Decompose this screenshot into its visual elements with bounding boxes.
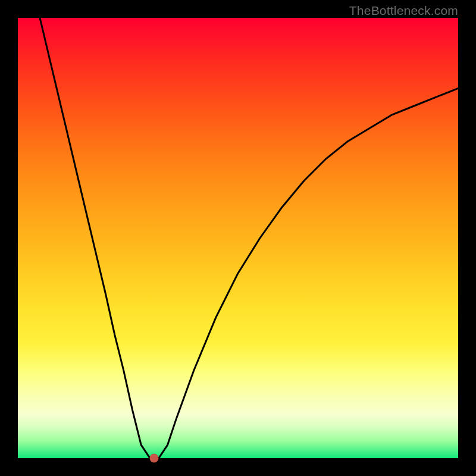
chart-frame: TheBottleneck.com	[0, 0, 476, 476]
optimum-marker	[150, 454, 159, 463]
bottleneck-curve	[18, 18, 458, 458]
watermark-label: TheBottleneck.com	[349, 4, 458, 18]
plot-area	[18, 18, 458, 458]
